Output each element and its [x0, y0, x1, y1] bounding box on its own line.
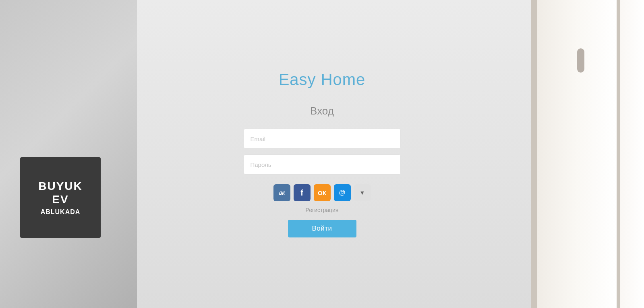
sign-line1: BUYUK — [38, 179, 83, 193]
login-heading: Вход — [310, 105, 334, 117]
ok-icon: ОК — [318, 189, 326, 196]
mailru-icon: @ — [339, 189, 346, 196]
vk-icon: вк — [279, 189, 285, 196]
vk-login-button[interactable]: вк — [273, 184, 290, 201]
left-sign: BUYUK EV ABLUKADA — [20, 157, 101, 238]
app-title: Easy Home — [279, 71, 366, 89]
social-icons-group: вк f ОК @ ▼ — [273, 184, 371, 201]
sign-line3: ABLUKADA — [41, 208, 81, 216]
facebook-icon: f — [300, 188, 303, 198]
facebook-login-button[interactable]: f — [294, 184, 311, 201]
yandex-icon: ▼ — [360, 189, 365, 196]
mailru-login-button[interactable]: @ — [334, 184, 351, 201]
ok-login-button[interactable]: ОК — [314, 184, 331, 201]
door-frame — [531, 0, 620, 308]
sign-line2: EV — [52, 193, 68, 206]
register-link[interactable]: Регистрация — [306, 207, 339, 213]
password-field[interactable] — [244, 154, 401, 175]
bg-right-panel — [531, 0, 644, 308]
login-container: Easy Home Вход вк f ОК @ ▼ Регистрация В… — [238, 71, 407, 237]
yandex-login-button[interactable]: ▼ — [354, 184, 371, 201]
login-button[interactable]: Войти — [288, 220, 356, 237]
email-field[interactable] — [244, 129, 401, 149]
bg-left-panel: BUYUK EV ABLUKADA — [0, 0, 137, 308]
door-handle — [577, 48, 584, 73]
